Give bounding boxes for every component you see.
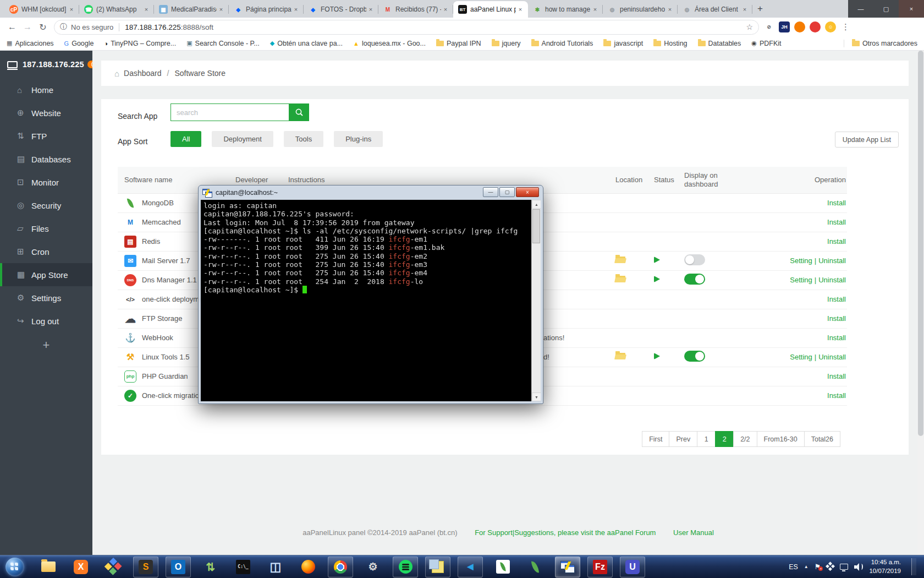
- terminal-scrollbar[interactable]: ▲ ▼: [531, 200, 541, 401]
- operation-uninstall-link[interactable]: Uninstall: [818, 257, 846, 265]
- terminal-scroll-up-icon[interactable]: ▲: [532, 200, 541, 209]
- taskbar-clock[interactable]: 10:45 a.m. 10/07/2019: [869, 558, 901, 575]
- window-minimize-button[interactable]: —: [848, 0, 873, 18]
- language-indicator[interactable]: ES: [789, 563, 798, 571]
- operation-install-link[interactable]: Install: [827, 237, 846, 246]
- taskbar-devtool-wrench[interactable]: ⚙: [360, 557, 386, 577]
- operation-uninstall-link[interactable]: Uninstall: [818, 353, 846, 361]
- putty-maximize-button[interactable]: ▢: [499, 187, 515, 197]
- search-button[interactable]: [289, 103, 309, 121]
- page-scrollbar[interactable]: [917, 51, 924, 555]
- tab-close-icon[interactable]: ×: [666, 5, 674, 14]
- page-info-icon[interactable]: ⓘ: [60, 22, 67, 32]
- dashboard-toggle[interactable]: [684, 351, 705, 362]
- bookmark-pdfkit[interactable]: ◉PDFKit: [751, 40, 781, 47]
- page-scrollbar-thumb[interactable]: [918, 51, 923, 436]
- tray-expand-icon[interactable]: ▲: [804, 564, 809, 569]
- taskbar-chrome[interactable]: [328, 557, 353, 577]
- sidebar-item-ftp[interactable]: ⇅FTP: [0, 124, 92, 148]
- bookmark-javascript[interactable]: javascript: [603, 40, 643, 47]
- forward-icon[interactable]: →: [20, 22, 35, 32]
- support-link[interactable]: For Support|Suggestions, please visit th…: [475, 528, 656, 537]
- volume-tray-icon[interactable]: [854, 563, 863, 571]
- back-icon[interactable]: ←: [4, 22, 20, 32]
- tab-fotos-dropb[interactable]: ◆FOTOS - Dropb×: [304, 1, 378, 18]
- show-desktop-button[interactable]: [911, 558, 916, 575]
- taskbar-sublime-text[interactable]: S: [133, 557, 158, 577]
- operation-install-link[interactable]: Install: [827, 199, 846, 207]
- taskbar-filezilla[interactable]: Fz: [587, 557, 613, 577]
- window-close-button[interactable]: ×: [899, 0, 924, 18]
- tab-close-icon[interactable]: ×: [292, 5, 300, 14]
- start-button[interactable]: [6, 558, 24, 576]
- sidebar-item-website[interactable]: ⊕Website: [0, 101, 92, 124]
- putty-close-button[interactable]: ×: [516, 187, 539, 197]
- putty-minimize-button[interactable]: —: [483, 187, 498, 197]
- tab-p-gina-principal[interactable]: ◆Página principal×: [229, 1, 304, 18]
- operation-install-link[interactable]: Install: [827, 295, 846, 303]
- taskbar-xampp[interactable]: X: [68, 557, 94, 577]
- bookmark-star-icon[interactable]: ☆: [746, 23, 753, 31]
- taskbar-sticky-notes[interactable]: [425, 557, 450, 577]
- colorzilla-extension-icon[interactable]: [794, 21, 805, 32]
- taskbar-vscode[interactable]: ◄: [458, 557, 483, 577]
- bookmark-google[interactable]: GGoogle: [64, 40, 94, 47]
- pagination-1[interactable]: 1: [697, 431, 716, 447]
- tab-whm-okcloud[interactable]: cPWHM [okcloud]×: [4, 1, 79, 18]
- bookmark-hosting[interactable]: Hosting: [653, 40, 687, 47]
- taskbar-putty[interactable]: [555, 557, 580, 577]
- open-folder-icon[interactable]: [615, 353, 625, 359]
- jh-extension-icon[interactable]: JH: [779, 21, 790, 32]
- sort-button-all[interactable]: All: [170, 131, 201, 147]
- adblock-extension-icon[interactable]: [810, 21, 821, 32]
- pagination-from16-30[interactable]: From16-30: [757, 431, 805, 447]
- bookmark-paypal-ipn[interactable]: Paypal IPN: [436, 40, 481, 47]
- pagination-2[interactable]: 2: [715, 431, 734, 447]
- bookmark-loquesea-mx-goo[interactable]: ▲loquesea.mx - Goo...: [353, 40, 426, 47]
- taskbar-spotify[interactable]: [393, 557, 418, 577]
- reload-icon[interactable]: ↻: [35, 22, 51, 32]
- sidebar-item-cron[interactable]: ⊞Cron: [0, 240, 92, 263]
- dashboard-toggle[interactable]: [684, 274, 705, 285]
- sidebar-item-databases[interactable]: ▤Databases: [0, 148, 92, 171]
- sort-button-tools[interactable]: Tools: [284, 131, 323, 147]
- tab-aapanel-linux-p[interactable]: BTaaPanel Linux p×: [453, 1, 528, 18]
- operation-install-link[interactable]: Install: [827, 314, 846, 323]
- sidebar-item-app-store[interactable]: ▦App Store: [0, 263, 92, 286]
- bookmark-android-tutorials[interactable]: Android Tutorials: [531, 40, 593, 47]
- status-running-icon[interactable]: [654, 257, 660, 263]
- tab-peninsulardeho[interactable]: ◍peninsulardeho×: [603, 1, 678, 18]
- user-manual-link[interactable]: User Manual: [673, 528, 714, 537]
- sort-button-deployment[interactable]: Deployment: [212, 131, 273, 147]
- tab-close-icon[interactable]: ×: [441, 5, 450, 14]
- bookmark-jquery[interactable]: jquery: [492, 40, 521, 47]
- blocked-extension-icon[interactable]: ⊘: [763, 21, 774, 32]
- sidebar-item-home[interactable]: ⌂Home: [0, 78, 92, 101]
- status-running-icon[interactable]: [654, 353, 660, 359]
- taskbar-cmd[interactable]: C:\_: [230, 557, 256, 577]
- operation-setting-link[interactable]: Setting: [790, 257, 812, 265]
- tab-medicalparadise[interactable]: ▦MedicalParadise×: [154, 1, 229, 18]
- taskbar-mongodb-compass[interactable]: [490, 557, 515, 577]
- operation-setting-link[interactable]: Setting: [790, 276, 812, 284]
- search-input[interactable]: [170, 103, 289, 121]
- tab-close-icon[interactable]: ×: [142, 5, 151, 14]
- tab-close-icon[interactable]: ×: [67, 5, 76, 14]
- update-app-list-button[interactable]: Update App List: [835, 132, 899, 148]
- operation-install-link[interactable]: Install: [827, 334, 846, 342]
- taskbar-firefox[interactable]: [295, 557, 321, 577]
- sidebar-item-settings[interactable]: ⚙Settings: [0, 286, 92, 309]
- bookmark-search-console-p[interactable]: ▣Search Console - P...: [186, 40, 260, 47]
- status-running-icon[interactable]: [654, 276, 660, 282]
- profile-avatar-icon[interactable]: ☺: [825, 21, 836, 32]
- sidebar-item-monitor[interactable]: ⊡Monitor: [0, 171, 92, 194]
- operation-uninstall-link[interactable]: Uninstall: [818, 276, 846, 284]
- open-folder-icon[interactable]: [615, 276, 625, 282]
- tab-close-icon[interactable]: ×: [740, 5, 749, 14]
- pagination-2-2[interactable]: 2/2: [733, 431, 757, 447]
- action-center-flag-icon[interactable]: ⚑×: [815, 563, 821, 571]
- operation-install-link[interactable]: Install: [827, 372, 846, 380]
- terminal-scroll-down-icon[interactable]: ▼: [532, 392, 541, 401]
- open-folder-icon[interactable]: [615, 257, 625, 263]
- new-tab-button[interactable]: +: [752, 2, 768, 17]
